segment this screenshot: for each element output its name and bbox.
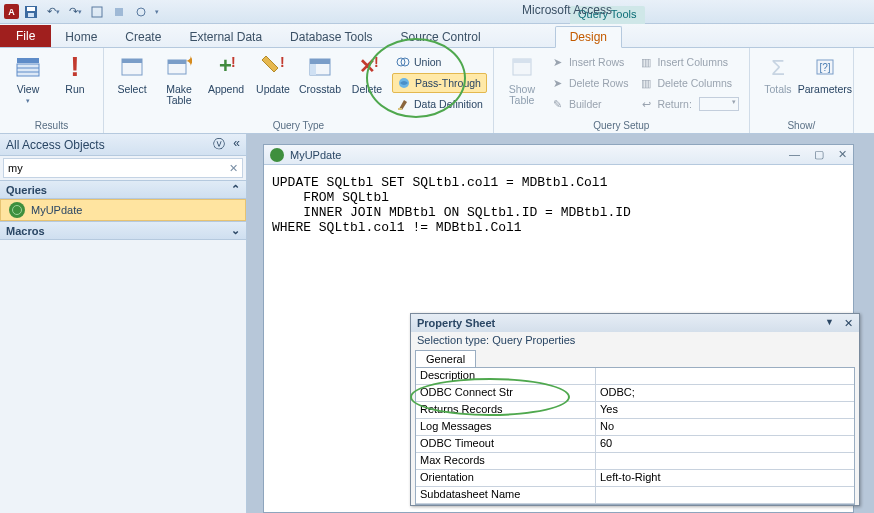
document-window: MyUPdate — ▢ ✕ UPDATE SQLtbl SET SQLtbl.…: [263, 144, 854, 513]
make-table-button[interactable]: ✦Make Table: [157, 50, 201, 106]
qat-icon[interactable]: [89, 4, 105, 20]
property-sheet-title[interactable]: Property Sheet ▼✕: [411, 314, 859, 332]
insert-columns-icon: ▥: [639, 55, 653, 69]
delete-button[interactable]: ✕!Delete: [345, 50, 389, 95]
tab-create[interactable]: Create: [111, 27, 175, 47]
svg-rect-1: [27, 7, 35, 11]
svg-rect-4: [115, 8, 123, 16]
maximize-icon[interactable]: ▢: [814, 148, 824, 161]
delete-rows-button[interactable]: ➤Delete Rows: [547, 73, 633, 93]
svg-point-5: [137, 8, 145, 16]
tab-database-tools[interactable]: Database Tools: [276, 27, 387, 47]
nav-search-input[interactable]: [8, 162, 229, 174]
data-definition-icon: [396, 97, 410, 111]
undo-icon[interactable]: ↶▾: [45, 4, 61, 20]
data-definition-button[interactable]: Data Definition: [392, 94, 487, 114]
parameters-button[interactable]: [?]Parameters: [803, 50, 847, 95]
prop-row: Log MessagesNo: [416, 419, 854, 436]
redo-icon[interactable]: ↷▾: [67, 4, 83, 20]
svg-rect-3: [92, 7, 102, 17]
prop-row: OrientationLeft-to-Right: [416, 470, 854, 487]
append-button[interactable]: +!Append: [204, 50, 248, 95]
insert-rows-button[interactable]: ➤Insert Rows: [547, 52, 633, 72]
return-button[interactable]: ↩Return:▾: [635, 94, 742, 114]
prop-row: Description: [416, 368, 854, 385]
context-tab-querytools: Query Tools: [570, 6, 645, 24]
select-button[interactable]: Select: [110, 50, 154, 95]
clear-search-icon[interactable]: ✕: [229, 162, 238, 175]
globe-icon: [270, 148, 284, 162]
delete-columns-icon: ▥: [639, 76, 653, 90]
run-button[interactable]: ! Run: [53, 50, 97, 95]
totals-button[interactable]: ΣTotals: [756, 50, 800, 95]
svg-text:+: +: [219, 53, 232, 78]
pushpin-icon[interactable]: ▼: [825, 317, 834, 330]
content: All Access Objects ⓥ« ✕ Queries⌃ MyUPdat…: [0, 134, 874, 513]
pass-through-button[interactable]: Pass-Through: [392, 73, 487, 93]
union-button[interactable]: Union: [392, 52, 487, 72]
crosstab-icon: [305, 52, 335, 82]
insert-columns-button[interactable]: ▥Insert Columns: [635, 52, 742, 72]
prop-row: ODBC Timeout60: [416, 436, 854, 453]
group-results-label: Results: [6, 119, 97, 133]
svg-rect-27: [398, 108, 402, 110]
run-icon: !: [60, 52, 90, 82]
close-icon[interactable]: ✕: [844, 317, 853, 330]
sql-editor[interactable]: UPDATE SQLtbl SET SQLtbl.col1 = MDBtbl.C…: [264, 165, 853, 245]
app-icon: A: [4, 4, 19, 19]
svg-rect-14: [168, 60, 186, 64]
nav-item-myupdate[interactable]: MyUPdate: [0, 199, 246, 221]
svg-rect-2: [28, 13, 34, 17]
append-icon: +!: [211, 52, 241, 82]
tab-source-control[interactable]: Source Control: [387, 27, 495, 47]
titlebar: A ↶▾ ↷▾ ▾ Query Tools Microsoft Access: [0, 0, 874, 24]
tab-external-data[interactable]: External Data: [175, 27, 276, 47]
property-tab-general[interactable]: General: [415, 350, 476, 367]
crosstab-button[interactable]: Crosstab: [298, 50, 342, 95]
svg-rect-6: [17, 58, 39, 63]
tab-file[interactable]: File: [0, 25, 51, 47]
group-results: View ▾ ! Run Results: [0, 48, 104, 133]
qat-icon-2[interactable]: [111, 4, 127, 20]
document-titlebar: MyUPdate — ▢ ✕: [264, 145, 853, 165]
show-table-button[interactable]: Show Table: [500, 50, 544, 106]
group-query-setup: Show Table ➤Insert Rows ➤Delete Rows ✎Bu…: [494, 48, 750, 133]
svg-text:!: !: [374, 54, 379, 70]
group-query-type-label: Query Type: [110, 119, 487, 133]
qat-icon-3[interactable]: [133, 4, 149, 20]
nav-category-queries[interactable]: Queries⌃: [0, 180, 246, 199]
nav-dropdown-icon[interactable]: ⓥ: [213, 136, 225, 153]
nav-category-macros[interactable]: Macros⌄: [0, 221, 246, 240]
tab-home[interactable]: Home: [51, 27, 111, 47]
return-icon: ↩: [639, 97, 653, 111]
svg-rect-29: [513, 59, 531, 63]
update-button[interactable]: !Update: [251, 50, 295, 95]
group-showhide-label: Show/: [756, 119, 847, 133]
builder-icon: ✎: [551, 97, 565, 111]
group-showhide: ΣTotals [?]Parameters Show/: [750, 48, 854, 133]
workspace: MyUPdate — ▢ ✕ UPDATE SQLtbl SET SQLtbl.…: [247, 134, 874, 513]
qat-customize-icon[interactable]: ▾: [155, 8, 159, 16]
select-icon: [117, 52, 147, 82]
globe-icon: [9, 202, 25, 218]
tab-design[interactable]: Design: [555, 26, 622, 48]
save-icon[interactable]: [23, 4, 39, 20]
show-table-icon: [507, 52, 537, 82]
view-button[interactable]: View ▾: [6, 50, 50, 105]
minimize-icon[interactable]: —: [789, 148, 800, 161]
close-icon[interactable]: ✕: [838, 148, 847, 161]
builder-button[interactable]: ✎Builder: [547, 94, 633, 114]
svg-text:Σ: Σ: [771, 55, 785, 80]
prop-row: Returns RecordsYes: [416, 402, 854, 419]
nav-collapse-icon[interactable]: «: [233, 136, 240, 153]
nav-item-label: MyUPdate: [31, 204, 82, 216]
delete-columns-button[interactable]: ▥Delete Columns: [635, 73, 742, 93]
delete-icon: ✕!: [352, 52, 382, 82]
pass-through-icon: [397, 76, 411, 90]
nav-header[interactable]: All Access Objects ⓥ«: [0, 134, 246, 156]
nav-search[interactable]: ✕: [3, 158, 243, 178]
run-label: Run: [65, 84, 84, 95]
nav-header-label: All Access Objects: [6, 138, 105, 152]
update-icon: !: [258, 52, 288, 82]
quick-access-toolbar: ↶▾ ↷▾ ▾: [23, 4, 159, 20]
